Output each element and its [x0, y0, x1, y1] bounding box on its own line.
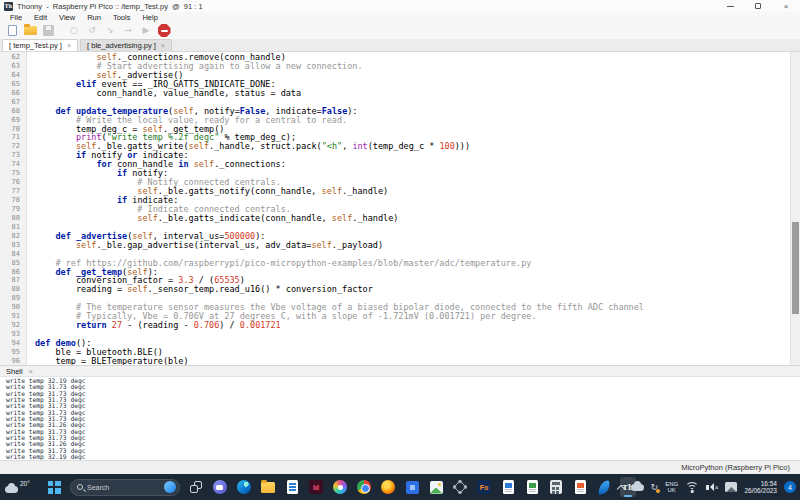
language-indicator[interactable]: ENG UK: [665, 481, 678, 494]
code-editor[interactable]: 62 self._connections.remove(conn_handle)…: [0, 52, 800, 365]
step-into-button[interactable]: →: [121, 24, 135, 38]
menu-item-edit[interactable]: Edit: [28, 13, 53, 22]
blue-app-button[interactable]: [404, 477, 420, 497]
tab-close-icon[interactable]: ×: [161, 42, 165, 49]
task-view-button[interactable]: [188, 477, 204, 497]
line-number: 62: [0, 53, 27, 62]
writer-doc-icon: [575, 480, 586, 494]
tray-chevron-icon[interactable]: [616, 484, 624, 492]
taskbar-search[interactable]: Search: [70, 479, 180, 496]
line-number: 82: [0, 232, 27, 241]
run-button[interactable]: ○: [67, 24, 81, 38]
weather-widget[interactable]: 20°: [5, 474, 30, 500]
settings-button[interactable]: [452, 477, 468, 497]
backend-indicator[interactable]: MicroPython (Raspberry Pi Pico): [681, 463, 790, 472]
minimize-button[interactable]: [716, 0, 744, 12]
line-number: 90: [0, 303, 27, 312]
code-line: 93: [0, 330, 790, 339]
line-number: 88: [0, 285, 27, 294]
calc-doc-button[interactable]: [524, 477, 540, 497]
indesign-button[interactable]: Id: [308, 477, 324, 497]
stop-button[interactable]: [157, 24, 171, 38]
editor-tab-0[interactable]: [ temp_Test.py ]×: [2, 39, 78, 51]
maximize-button[interactable]: [744, 0, 772, 12]
tray-date: 26/06/2023: [744, 487, 777, 494]
writer-doc-button[interactable]: [572, 477, 588, 497]
step-over-button[interactable]: ↘: [103, 24, 117, 38]
code-line: 96 temp = BLETemperature(ble): [0, 357, 790, 365]
line-number: 73: [0, 151, 27, 160]
photo-tray-icon[interactable]: [725, 482, 737, 492]
line-number: 87: [0, 276, 27, 285]
resume-button[interactable]: ▶: [139, 24, 153, 38]
close-button[interactable]: ×: [772, 0, 800, 12]
file-explorer-button[interactable]: [260, 477, 276, 497]
clock[interactable]: 16:54 26/06/2023: [744, 480, 777, 494]
wireshark-icon: [597, 480, 611, 495]
shell-close-icon[interactable]: ×: [29, 368, 33, 375]
line-number: 67: [0, 98, 27, 107]
image-editor-button[interactable]: [428, 477, 444, 497]
line-number: 91: [0, 312, 27, 321]
search-icon: [77, 484, 83, 490]
line-number: 86: [0, 268, 27, 277]
chrome-button[interactable]: [356, 477, 372, 497]
scrollbar-thumb[interactable]: [792, 222, 799, 314]
line-number: 89: [0, 294, 27, 303]
new-file-button[interactable]: [5, 24, 19, 38]
impress-doc-button[interactable]: [500, 477, 516, 497]
edge-button[interactable]: [236, 477, 252, 497]
save-button[interactable]: [41, 24, 55, 38]
onedrive-cloud-icon[interactable]: [631, 484, 644, 491]
code-line: 88 reading = self._sensor_temp.read_u16(…: [0, 285, 790, 294]
chat-button[interactable]: [212, 477, 228, 497]
chrome-icon: [357, 480, 371, 494]
photos-button[interactable]: [332, 477, 348, 497]
notification-badge[interactable]: 4: [784, 481, 796, 493]
line-number: 66: [0, 89, 27, 98]
menu-item-view[interactable]: View: [53, 13, 81, 22]
settings-gear-icon: [455, 482, 465, 492]
line-number: 74: [0, 160, 27, 169]
menu-item-help[interactable]: Help: [136, 13, 163, 22]
debug-button[interactable]: ↺: [85, 24, 99, 38]
firefox-icon: [381, 480, 395, 494]
thonny-app-icon: Th: [4, 2, 13, 11]
close-icon: ×: [784, 2, 789, 11]
menu-item-file[interactable]: File: [4, 13, 28, 22]
start-button[interactable]: [46, 477, 62, 497]
shell-header[interactable]: Shell ×: [0, 365, 800, 377]
editor-tab-1[interactable]: [ ble_advertising.py ]×: [80, 39, 172, 51]
line-number: 75: [0, 169, 27, 178]
wifi-icon[interactable]: [685, 482, 699, 493]
document-icon: [287, 480, 298, 494]
refresh-icon[interactable]: ↻: [651, 483, 659, 492]
start-icon: [48, 481, 61, 494]
calculator-button[interactable]: [548, 477, 564, 497]
shell-output[interactable]: write temp 32.19 degcwrite temp 31.73 de…: [0, 377, 800, 460]
editor-tab-bar: [ temp_Test.py ]×[ ble_advertising.py ]×: [0, 39, 800, 52]
line-number: 71: [0, 133, 27, 142]
save-icon: [43, 25, 54, 36]
editor-scrollbar[interactable]: [790, 52, 800, 365]
edge-icon: [237, 480, 251, 494]
title-bar: Th Thonny - Raspberry Pi Pico :: /temp_T…: [0, 0, 800, 12]
speaker-muted-icon[interactable]: ×: [706, 483, 718, 491]
menu-item-run[interactable]: Run: [81, 13, 107, 22]
open-file-button[interactable]: [23, 24, 37, 38]
line-number: 76: [0, 178, 27, 187]
firefox-button[interactable]: [380, 477, 396, 497]
code-line: 66 conn_handle, value_handle, status = d…: [0, 89, 790, 98]
fo-app-button[interactable]: Fo: [476, 477, 492, 497]
line-number: 93: [0, 330, 27, 339]
chat-icon: [213, 480, 227, 494]
system-tray: ↻ ENG UK × 16:54 26/06/2023 4: [618, 474, 796, 500]
calculator-icon: [550, 480, 562, 494]
code-line: 80 self._ble.gatts_indicate(conn_handle,…: [0, 214, 790, 223]
document-app-button[interactable]: [284, 477, 300, 497]
menu-item-tools[interactable]: Tools: [107, 13, 137, 22]
line-number: 84: [0, 250, 27, 259]
wireshark-button[interactable]: [596, 477, 612, 497]
tab-close-icon[interactable]: ×: [67, 42, 71, 49]
line-number: 68: [0, 107, 27, 116]
